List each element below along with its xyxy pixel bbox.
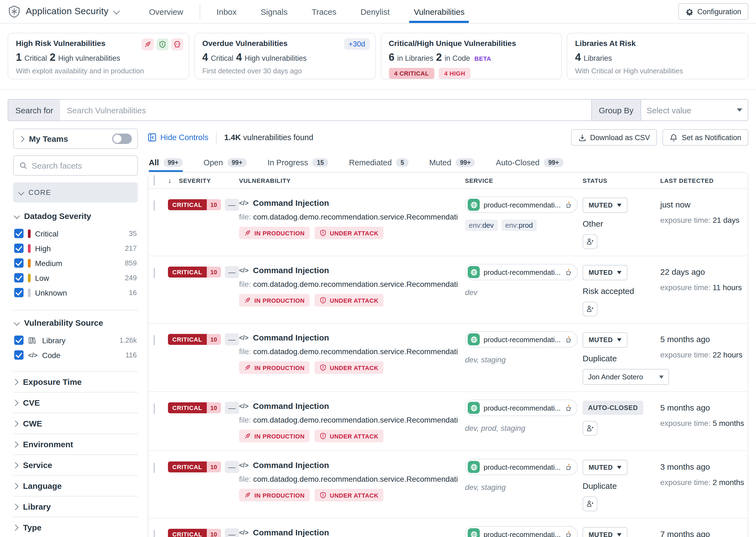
checkbox-checked-icon[interactable] xyxy=(14,244,23,253)
checkbox-checked-icon[interactable] xyxy=(14,288,23,297)
status-dropdown[interactable]: MUTED xyxy=(583,332,627,348)
row-checkbox[interactable] xyxy=(154,335,155,346)
status-dropdown[interactable]: MUTED xyxy=(583,460,627,475)
service-pill[interactable]: product-recommendati... xyxy=(465,399,578,416)
facet-severity-low[interactable]: Low249 xyxy=(13,270,138,285)
column-vulnerability[interactable]: VULNERABILITY xyxy=(239,177,465,184)
nav-tab-vulnerabilities[interactable]: Vulnerabilities xyxy=(413,0,466,23)
checkbox-checked-icon[interactable] xyxy=(14,258,23,268)
table-row[interactable]: CRITICAL10—</>Command Injectionfile: com… xyxy=(148,518,748,537)
env-tag[interactable]: env:dev xyxy=(465,220,498,231)
checkbox-checked-icon[interactable] xyxy=(14,350,23,360)
download-csv-button[interactable]: Download as CSV xyxy=(571,129,657,145)
column-service[interactable]: SERVICE xyxy=(465,177,583,184)
severity-badge[interactable]: CRITICAL10 xyxy=(168,334,221,345)
facet-group-environment[interactable]: Environment xyxy=(13,434,138,454)
card-overdue[interactable]: Overdue Vulnerabilities +30d 4 Critical … xyxy=(194,33,376,79)
card-unique-vulnerabilities[interactable]: Critical/High Unique Vulnerabilities 6 i… xyxy=(380,33,562,79)
vulnerability-title[interactable]: </>Command Injection xyxy=(239,333,465,342)
severity-badge[interactable]: CRITICAL10 xyxy=(168,199,221,210)
column-last-detected[interactable]: LAST DETECTED xyxy=(660,177,748,184)
status-dropdown[interactable]: MUTED xyxy=(583,198,627,213)
card-libraries-at-risk[interactable]: Libraries At Risk 4 Libraries With Criti… xyxy=(567,33,749,79)
facet-severity-critical[interactable]: Critical35 xyxy=(13,226,138,241)
group-by-select[interactable]: Select value xyxy=(641,100,748,120)
severity-adjust-button[interactable]: — xyxy=(225,528,239,537)
status-dropdown[interactable]: MUTED xyxy=(583,527,627,537)
card-high-risk[interactable]: High Risk Vulnerabilities xyxy=(8,33,189,79)
facet-group-cve[interactable]: CVE xyxy=(13,392,138,413)
tab-open[interactable]: Open99+ xyxy=(204,154,247,171)
tab-auto-closed[interactable]: Auto-Closed99+ xyxy=(496,154,563,171)
vulnerability-title[interactable]: </>Command Injection xyxy=(239,528,465,537)
severity-adjust-button[interactable]: — xyxy=(225,333,239,346)
checkbox-checked-icon[interactable] xyxy=(14,273,23,282)
facet-source-library[interactable]: Library1.26k xyxy=(13,333,138,348)
table-row[interactable]: CRITICAL10—</>Command Injectionfile: com… xyxy=(148,323,748,392)
facet-group-type[interactable]: Type xyxy=(13,517,138,537)
table-row[interactable]: CRITICAL10—</>Command Injectionfile: com… xyxy=(148,392,748,451)
row-checkbox[interactable] xyxy=(154,463,155,473)
service-pill[interactable]: product-recommendati... xyxy=(465,459,578,475)
search-input[interactable] xyxy=(60,100,592,120)
table-row[interactable]: CRITICAL10—</>Command Injectionfile: com… xyxy=(148,189,748,256)
assign-user-button[interactable] xyxy=(583,302,597,316)
checkbox-checked-icon[interactable] xyxy=(14,229,23,238)
facet-group-exposure-time[interactable]: Exposure Time xyxy=(13,371,138,392)
core-section-header[interactable]: CORE xyxy=(13,182,138,203)
facet-severity-unknown[interactable]: Unknown16 xyxy=(13,285,138,300)
nav-tab-overview[interactable]: Overview xyxy=(148,0,184,23)
severity-badge[interactable]: CRITICAL10 xyxy=(168,402,221,413)
table-row[interactable]: CRITICAL10—</>Command Injectionfile: com… xyxy=(148,256,748,323)
facet-severity-medium[interactable]: Medium859 xyxy=(13,256,138,270)
checkbox-checked-icon[interactable] xyxy=(14,336,23,345)
service-pill[interactable]: product-recommendati... xyxy=(465,331,578,348)
assignee-dropdown[interactable]: Jon Ander Sotero xyxy=(583,369,669,385)
vulnerability-title[interactable]: </>Command Injection xyxy=(239,401,465,411)
severity-badge[interactable]: CRITICAL10 xyxy=(168,462,221,473)
my-teams-toggle[interactable] xyxy=(112,134,132,144)
severity-adjust-button[interactable]: — xyxy=(225,402,239,414)
select-all-checkbox[interactable] xyxy=(154,175,155,185)
severity-adjust-button[interactable]: — xyxy=(225,461,239,473)
column-severity[interactable]: ↓ SEVERITY xyxy=(168,176,239,185)
tab-remediated[interactable]: Remediated5 xyxy=(349,154,408,171)
facet-group-language[interactable]: Language xyxy=(13,475,138,496)
facet-source-code[interactable]: </>Code116 xyxy=(13,348,138,362)
facet-search-box[interactable]: Search facets xyxy=(13,155,138,176)
set-notification-button[interactable]: Set as Notification xyxy=(662,129,748,145)
service-pill[interactable]: product-recommendati... xyxy=(465,196,578,213)
service-pill[interactable]: product-recommendati... xyxy=(465,526,578,537)
facet-group-cwe[interactable]: CWE xyxy=(13,413,138,434)
nav-tab-denylist[interactable]: Denylist xyxy=(359,0,391,23)
facet-severity-high[interactable]: High217 xyxy=(13,241,138,256)
product-switcher[interactable]: Application Security xyxy=(26,6,118,17)
column-status[interactable]: STATUS xyxy=(583,177,660,184)
facet-group-severity-header[interactable]: Datadog Severity xyxy=(14,211,137,221)
nav-tab-traces[interactable]: Traces xyxy=(311,0,337,23)
assign-user-button[interactable] xyxy=(583,496,597,511)
hide-controls-link[interactable]: Hide Controls xyxy=(148,133,208,142)
nav-tab-signals[interactable]: Signals xyxy=(260,0,288,23)
facet-group-service[interactable]: Service xyxy=(13,454,138,475)
assign-user-button[interactable] xyxy=(583,421,597,436)
nav-tab-inbox[interactable]: Inbox xyxy=(215,0,238,23)
severity-badge[interactable]: CRITICAL10 xyxy=(168,267,221,277)
configuration-button[interactable]: Configuration xyxy=(678,3,748,20)
row-checkbox[interactable] xyxy=(154,268,155,278)
facet-group-source-header[interactable]: Vulnerability Source xyxy=(14,318,137,327)
tab-muted[interactable]: Muted99+ xyxy=(429,154,475,171)
vulnerability-title[interactable]: </>Command Injection xyxy=(239,460,465,470)
severity-adjust-button[interactable]: — xyxy=(225,266,239,278)
assign-user-button[interactable] xyxy=(583,234,597,249)
env-tag[interactable]: env:prod xyxy=(501,220,537,231)
facet-group-library[interactable]: Library xyxy=(13,496,138,517)
tab-all[interactable]: All99+ xyxy=(149,154,183,171)
tab-in-progress[interactable]: In Progress15 xyxy=(268,154,328,171)
row-checkbox[interactable] xyxy=(154,403,155,414)
table-row[interactable]: CRITICAL10—</>Command Injectionfile: com… xyxy=(148,451,748,518)
severity-adjust-button[interactable]: — xyxy=(225,199,239,211)
row-checkbox[interactable] xyxy=(154,200,155,211)
service-pill[interactable]: product-recommendati... xyxy=(465,264,578,280)
severity-badge[interactable]: CRITICAL10 xyxy=(168,529,221,537)
